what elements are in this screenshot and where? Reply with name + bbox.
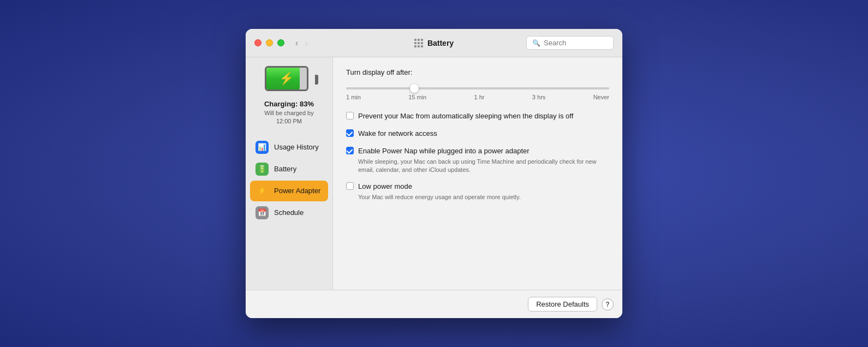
bottom-bar: Restore Defaults ? <box>246 290 622 318</box>
traffic-lights <box>254 39 284 46</box>
window-title: Battery <box>427 39 454 47</box>
option-main: Wake for network access <box>358 129 609 139</box>
detail-panel: Turn display off after: 1 min 15 min 1 h… <box>333 57 622 290</box>
option-main: Prevent your Mac from automatically slee… <box>358 111 609 121</box>
slider-label: Turn display off after: <box>346 68 609 76</box>
titlebar: ‹ › Battery 🔍 <box>246 29 622 57</box>
search-box[interactable]: 🔍 <box>526 36 614 50</box>
sidebar: ⚡ Charging: 83% Will be charged by 12:00… <box>246 57 333 290</box>
sidebar-item-label: Usage History <box>274 143 319 151</box>
slider-labels: 1 min 15 min 1 hr 3 hrs Never <box>346 94 609 100</box>
charging-icon: ⚡ <box>279 73 294 85</box>
option-sub: While sleeping, your Mac can back up usi… <box>358 158 609 175</box>
low-power-checkbox[interactable] <box>346 182 354 190</box>
charging-status: Charging: 83% <box>264 100 314 108</box>
option-sub: Your Mac will reduce energy usage and op… <box>358 193 609 201</box>
settings-window: ‹ › Battery 🔍 ⚡ <box>246 29 622 318</box>
charging-sub: Will be charged by 12:00 PM <box>264 109 314 126</box>
help-button[interactable]: ? <box>602 298 614 310</box>
sidebar-item-label: Power Adapter <box>274 187 320 195</box>
battery-body: ⚡ <box>265 66 308 91</box>
display-timeout-slider[interactable] <box>346 87 609 89</box>
forward-button[interactable]: › <box>302 38 310 49</box>
wake-network-checkbox[interactable] <box>346 129 354 137</box>
titlebar-center: Battery <box>414 39 454 47</box>
sidebar-item-power-adapter[interactable]: ⚡ Power Adapter <box>250 181 328 201</box>
search-icon: 🔍 <box>532 39 540 47</box>
option-main: Low power mode <box>358 182 609 192</box>
power-nap-checkbox[interactable] <box>346 147 354 154</box>
sidebar-item-label: Battery <box>274 165 296 173</box>
option-main: Enable Power Nap while plugged into a po… <box>358 146 609 156</box>
option-prevent-sleep: Prevent your Mac from automatically slee… <box>346 111 609 121</box>
prevent-sleep-checkbox[interactable] <box>346 112 354 119</box>
battery-icon: 🔋 <box>255 163 269 176</box>
battery-visual: ⚡ <box>265 66 314 93</box>
grid-icon[interactable] <box>414 39 423 47</box>
battery-tip <box>315 75 318 85</box>
usage-history-icon: 📊 <box>255 141 269 154</box>
sidebar-item-schedule[interactable]: 📅 Schedule <box>250 202 328 223</box>
power-adapter-icon: ⚡ <box>255 184 269 198</box>
search-input[interactable] <box>544 39 608 47</box>
slider-container: Turn display off after: 1 min 15 min 1 h… <box>346 68 609 100</box>
maximize-button[interactable] <box>277 39 284 46</box>
sidebar-item-battery[interactable]: 🔋 Battery <box>250 159 328 180</box>
restore-defaults-button[interactable]: Restore Defaults <box>528 297 597 312</box>
option-power-nap: Enable Power Nap while plugged into a po… <box>346 146 609 174</box>
sidebar-item-label: Schedule <box>274 208 304 217</box>
option-wake-network: Wake for network access <box>346 129 609 139</box>
minimize-button[interactable] <box>266 39 273 46</box>
main-content: ⚡ Charging: 83% Will be charged by 12:00… <box>246 57 622 290</box>
back-button[interactable]: ‹ <box>293 38 300 49</box>
close-button[interactable] <box>254 39 261 46</box>
option-low-power: Low power mode Your Mac will reduce ener… <box>346 182 609 201</box>
nav-buttons: ‹ › <box>293 38 310 49</box>
sidebar-nav: 📊 Usage History 🔋 Battery ⚡ Power Adapte… <box>250 137 328 223</box>
sidebar-item-usage-history[interactable]: 📊 Usage History <box>250 137 328 158</box>
schedule-icon: 📅 <box>255 206 269 219</box>
